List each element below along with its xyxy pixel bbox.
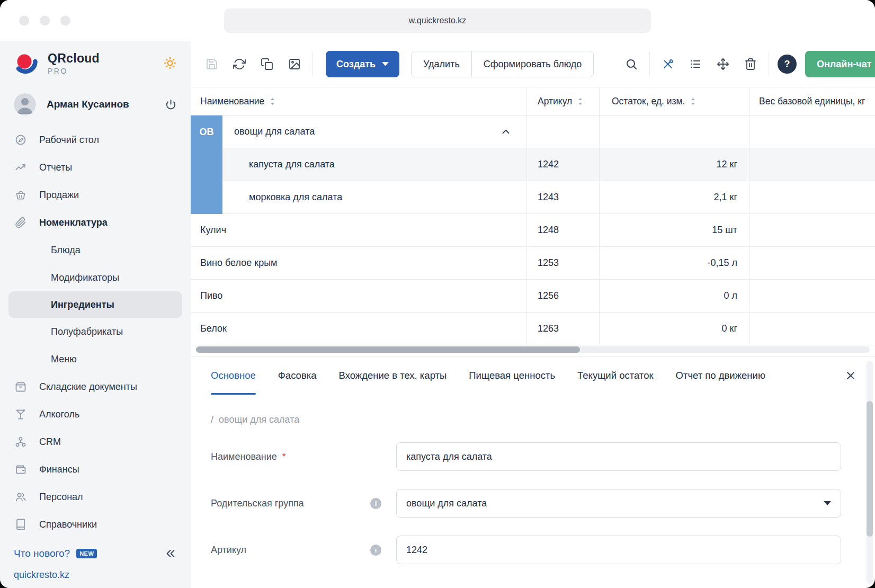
sidebar-item-crm[interactable]: CRM bbox=[0, 428, 191, 456]
tab-movement-report[interactable]: Отчет по движению bbox=[676, 357, 765, 395]
sidebar-item-modifiers[interactable]: Модификаторы bbox=[0, 264, 191, 291]
form-row-name: Наименование * bbox=[211, 442, 841, 471]
delete-button[interactable]: Удалить bbox=[412, 51, 471, 77]
sku-field-label: Артикул i bbox=[211, 545, 396, 556]
form-row-parent-group: Родительская группа i овощи для салата bbox=[211, 489, 841, 518]
name-input[interactable] bbox=[396, 442, 841, 471]
info-icon[interactable]: i bbox=[370, 545, 381, 556]
row-stock: 2,1 кг bbox=[714, 192, 737, 203]
sidebar-item-nomenclature[interactable]: Номенклатура bbox=[0, 209, 191, 236]
sidebar-item-alcohol[interactable]: Алкоголь bbox=[0, 400, 191, 428]
table-row[interactable]: капуста для салата 1242 12 кг bbox=[191, 148, 875, 181]
close-icon bbox=[844, 369, 857, 382]
sidebar-item-warehouse-docs[interactable]: Складские документы bbox=[0, 373, 191, 400]
sidebar-item-staff[interactable]: Персонал bbox=[0, 483, 191, 511]
toolbar-button-group: Удалить Сформировать блюдо bbox=[411, 51, 594, 77]
move-button[interactable] bbox=[712, 52, 734, 76]
table-row[interactable]: Белок 1263 0 кг bbox=[191, 313, 875, 345]
save-button[interactable] bbox=[201, 52, 222, 76]
search-button[interactable] bbox=[621, 52, 642, 76]
group-name: овощи для салата bbox=[234, 126, 315, 137]
form-dish-button[interactable]: Сформировать блюдо bbox=[471, 51, 594, 77]
user-avatar[interactable] bbox=[14, 93, 36, 115]
logout-power-icon[interactable] bbox=[165, 99, 177, 111]
collapse-group-icon[interactable] bbox=[500, 126, 512, 138]
sku-input[interactable] bbox=[396, 536, 841, 564]
url-text: w.quickresto.kz bbox=[409, 16, 466, 25]
column-header-stock[interactable]: Остаток, ед. изм. bbox=[600, 87, 749, 115]
sidebar-menu: Рабочий стол Отчеты Продажи Номенклатура… bbox=[0, 124, 191, 543]
sidebar-item-ingredients[interactable]: Ингредиенты bbox=[8, 291, 182, 318]
sidebar-item-label: Полуфабрикаты bbox=[51, 326, 123, 337]
sidebar-item-semifinished[interactable]: Полуфабрикаты bbox=[0, 318, 191, 345]
create-button[interactable]: Создать bbox=[326, 51, 399, 77]
tab-packing[interactable]: Фасовка bbox=[278, 357, 317, 395]
sidebar-item-label: Меню bbox=[51, 354, 77, 365]
sidebar-item-menu[interactable]: Меню bbox=[0, 345, 191, 373]
card-image-icon bbox=[288, 58, 301, 70]
online-chat-button[interactable]: Онлайн-чат bbox=[805, 51, 875, 77]
close-detail-button[interactable] bbox=[844, 369, 857, 382]
brand-plan: PRO bbox=[48, 67, 100, 75]
window-minimize-button[interactable] bbox=[40, 16, 50, 26]
sidebar-item-label: Финансы bbox=[39, 464, 79, 475]
vscroll-thumb[interactable] bbox=[867, 401, 873, 537]
group-rail bbox=[191, 148, 222, 181]
sidebar-item-label: Справочники bbox=[39, 519, 97, 530]
parent-group-select[interactable]: овощи для салата bbox=[396, 489, 841, 518]
trash-button[interactable] bbox=[740, 52, 761, 76]
table-row[interactable]: морковка для салата 1243 2,1 кг bbox=[191, 181, 875, 214]
table-row[interactable]: Вино белое крым 1253 -0,15 л bbox=[191, 247, 875, 280]
table-row[interactable]: Пиво 1256 0 л bbox=[191, 280, 875, 313]
theme-brightness-icon[interactable] bbox=[163, 56, 177, 70]
table-group-row[interactable]: ОВ овощи для салата bbox=[191, 115, 875, 148]
sort-icon bbox=[690, 97, 696, 105]
window-close-button[interactable] bbox=[19, 16, 29, 26]
table-row[interactable]: Кулич 1248 15 шт bbox=[191, 214, 875, 247]
column-header-weight[interactable]: Вес базовой единицы, кг bbox=[749, 87, 875, 115]
list-view-button[interactable] bbox=[685, 52, 706, 76]
detail-vertical-scrollbar[interactable] bbox=[867, 361, 873, 584]
tab-tech-cards[interactable]: Вхождение в тех. карты bbox=[339, 357, 447, 395]
collapse-sidebar-icon[interactable] bbox=[164, 547, 177, 560]
sidebar-item-finance[interactable]: Финансы bbox=[0, 456, 191, 483]
tools-view-button[interactable] bbox=[657, 52, 678, 76]
whats-new-link[interactable]: Что нового? NEW bbox=[0, 543, 191, 564]
column-header-sku[interactable]: Артикул bbox=[527, 87, 600, 115]
sidebar-item-dishes[interactable]: Блюда bbox=[0, 236, 191, 264]
tab-main[interactable]: Основное bbox=[211, 357, 256, 395]
column-header-label: Наименование bbox=[200, 96, 264, 107]
row-sku: 1263 bbox=[538, 323, 559, 334]
card-view-button[interactable] bbox=[284, 52, 305, 76]
sidebar-item-reports[interactable]: Отчеты bbox=[0, 154, 191, 181]
tab-current-stock[interactable]: Текущий остаток bbox=[577, 357, 653, 395]
row-name: Кулич bbox=[200, 225, 226, 236]
sidebar-item-workspace[interactable]: Рабочий стол bbox=[0, 126, 191, 154]
column-header-label: Артикул bbox=[538, 96, 572, 107]
group-badge: ОВ bbox=[191, 115, 222, 148]
quickresto-footer-link[interactable]: quickresto.kz bbox=[0, 564, 191, 584]
url-bar[interactable]: w.quickresto.kz bbox=[224, 8, 651, 33]
online-chat-label: Онлайн-чат bbox=[817, 59, 872, 69]
column-header-name[interactable]: Наименование bbox=[191, 87, 527, 115]
row-sku: 1242 bbox=[538, 159, 559, 170]
new-badge: NEW bbox=[76, 549, 97, 558]
tab-nutrition[interactable]: Пищевая ценность bbox=[469, 357, 555, 395]
sidebar-item-label: Алкоголь bbox=[39, 409, 79, 420]
refresh-button[interactable] bbox=[229, 52, 250, 76]
whats-new-label: Что нового? bbox=[14, 548, 70, 559]
info-icon[interactable]: i bbox=[370, 498, 381, 509]
sidebar-item-label: Модификаторы bbox=[51, 272, 119, 283]
sidebar-item-directories[interactable]: Справочники bbox=[0, 511, 191, 538]
hscroll-track[interactable] bbox=[196, 346, 870, 353]
table-horizontal-scrollbar bbox=[196, 346, 870, 354]
row-stock: 12 кг bbox=[717, 159, 737, 170]
window-maximize-button[interactable] bbox=[60, 16, 70, 26]
help-button[interactable]: ? bbox=[778, 55, 797, 74]
hscroll-thumb[interactable] bbox=[196, 346, 580, 353]
sidebar-item-sales[interactable]: Продажи bbox=[0, 181, 191, 209]
row-name: морковка для салата bbox=[249, 192, 342, 203]
sales-icon bbox=[14, 189, 28, 201]
copy-button[interactable] bbox=[256, 52, 278, 76]
row-sku: 1253 bbox=[538, 257, 559, 269]
